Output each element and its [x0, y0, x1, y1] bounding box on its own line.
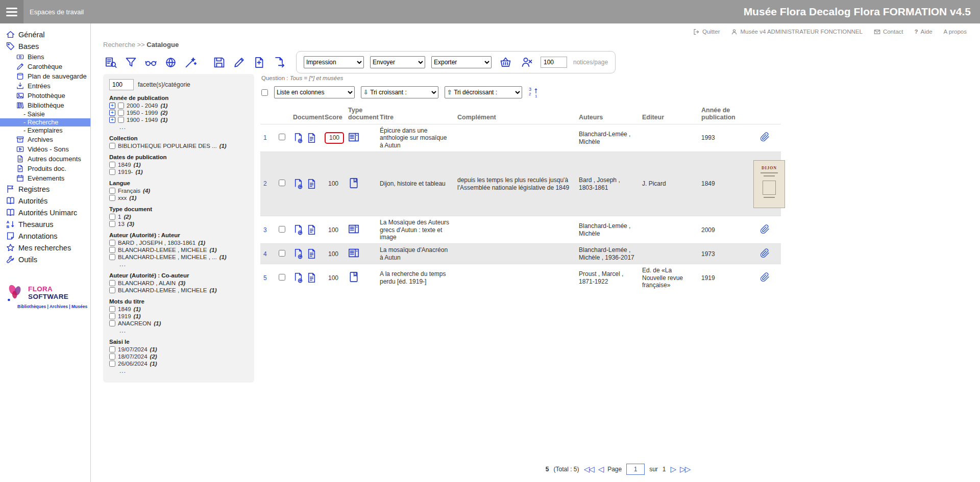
prev-page-icon[interactable]: ◁: [598, 465, 603, 474]
facet-item[interactable]: 18/07/2024(2): [109, 353, 248, 360]
cell-titre[interactable]: Épicure dans une anthologie sur mosaïque…: [377, 124, 454, 152]
facet-item[interactable]: 1849(1): [109, 161, 248, 168]
expand-icon[interactable]: +: [109, 110, 115, 116]
facet-checkbox[interactable]: [109, 214, 115, 220]
facet-item[interactable]: xxx(1): [109, 194, 248, 201]
glasses-icon[interactable]: [143, 55, 158, 70]
document-view-icon[interactable]: [306, 179, 317, 189]
facet-item[interactable]: 26/06/2024(1): [109, 360, 248, 367]
user-menu[interactable]: Musée v4 ADMINISTRATEUR FONCTIONNEL: [731, 29, 862, 35]
search-results-icon[interactable]: [103, 55, 118, 70]
document-view-icon[interactable]: [306, 133, 317, 143]
sidebar-item-archives[interactable]: Archives: [0, 135, 90, 144]
facet-item[interactable]: ANACREON(1): [109, 320, 248, 327]
sidebar-item-general[interactable]: Général: [0, 29, 90, 40]
sidebar-item-autorites-unimarc[interactable]: Autorités Unimarc: [0, 207, 90, 218]
col-header-complement[interactable]: Complément: [454, 105, 576, 124]
facet-checkbox[interactable]: [118, 103, 124, 109]
facet-item[interactable]: 1849(1): [109, 306, 248, 313]
contact-link[interactable]: Contact: [874, 29, 903, 35]
sort-asc-select[interactable]: ⇩ Tri croissant :: [361, 86, 438, 98]
cover-thumbnail[interactable]: DIJON: [753, 160, 785, 208]
workspace-label[interactable]: Espaces de travail: [30, 8, 84, 16]
new-document-icon[interactable]: [251, 55, 266, 70]
record-detail-icon[interactable]: [293, 272, 304, 283]
document-view-icon[interactable]: [306, 224, 317, 235]
sidebar-item-bibliotheque[interactable]: Bibliothèque: [0, 100, 90, 110]
facet-checkbox[interactable]: [109, 221, 115, 227]
facet-checkbox[interactable]: [109, 313, 115, 319]
cell-titre[interactable]: Dijon, histoire et tableau: [377, 152, 454, 216]
sidebar-item-evenements[interactable]: Evènements: [0, 173, 90, 183]
sidebar-item-exemplaires[interactable]: - Exemplaires: [0, 126, 90, 135]
attachment-icon[interactable]: [760, 224, 770, 234]
facet-item[interactable]: 1919(1): [109, 313, 248, 320]
cell-titre[interactable]: La mosaïque d'Anacréon à Autun: [377, 244, 454, 264]
sidebar-item-produits-doc[interactable]: Produits doc.: [0, 164, 90, 173]
sidebar-item-saisie[interactable]: - Saisie: [0, 110, 90, 118]
sidebar-item-bases[interactable]: Bases: [0, 40, 90, 52]
sidebar-item-mes-recherches[interactable]: Mes recherches: [0, 242, 90, 253]
facet-item[interactable]: +1950 - 1999(2): [109, 109, 248, 116]
basket-icon[interactable]: [498, 55, 513, 70]
sidebar-item-outils[interactable]: Outils: [0, 253, 90, 265]
magic-wand-icon[interactable]: [183, 55, 198, 70]
facet-checkbox[interactable]: [109, 353, 115, 360]
facet-checkbox[interactable]: [109, 247, 115, 253]
facet-item[interactable]: 1919-(1): [109, 168, 248, 175]
breadcrumb-section[interactable]: Recherche: [103, 41, 135, 48]
facet-checkbox[interactable]: [109, 162, 115, 168]
attachment-icon[interactable]: [760, 132, 770, 142]
aide-link[interactable]: ? Aide: [915, 29, 933, 35]
row-number-link[interactable]: 4: [263, 250, 267, 258]
row-number-link[interactable]: 3: [263, 226, 267, 234]
last-page-icon[interactable]: ▷▷: [680, 465, 690, 474]
col-header-titre[interactable]: Titre: [377, 105, 454, 124]
expand-icon[interactable]: +: [109, 103, 115, 109]
edit-icon[interactable]: [231, 55, 247, 70]
remove-user-icon[interactable]: [519, 55, 534, 70]
row-number-link[interactable]: 1: [263, 134, 267, 141]
facet-item[interactable]: BLANCHARD , ALAIN(3): [109, 280, 248, 287]
facet-checkbox[interactable]: [109, 361, 115, 367]
expand-icon[interactable]: +: [109, 117, 115, 123]
col-header-editeur[interactable]: Editeur: [639, 105, 698, 124]
menu-icon[interactable]: [0, 0, 23, 23]
sidebar-item-videos-sons[interactable]: Vidéos - Sons: [0, 144, 90, 154]
sidebar-item-recherche[interactable]: - Recherche: [0, 118, 90, 126]
facet-more-link[interactable]: ...: [119, 327, 248, 334]
table-row[interactable]: 2 100 Dijon, histoire et tableau depuis …: [260, 152, 781, 216]
facet-item[interactable]: 1(2): [109, 213, 248, 220]
col-header-score[interactable]: Score: [322, 105, 345, 124]
page-input[interactable]: [626, 464, 645, 475]
first-page-icon[interactable]: ◁◁: [584, 465, 594, 474]
facet-checkbox[interactable]: [109, 287, 115, 293]
facet-item[interactable]: +2000 - 2049(1): [109, 102, 248, 109]
document-view-icon[interactable]: [306, 272, 317, 283]
facet-checkbox[interactable]: [109, 240, 115, 246]
facet-checkbox[interactable]: [118, 117, 124, 123]
cell-titre[interactable]: La Mosaïque des Auteurs grecs d'Autun : …: [377, 216, 454, 244]
sidebar-item-plan-de-sauvegarde[interactable]: Plan de sauvegarde: [0, 71, 90, 81]
facet-item[interactable]: Français(4): [109, 187, 248, 194]
sort-desc-select[interactable]: ⇧ Tri décroissant :: [445, 86, 522, 98]
export-document-icon[interactable]: [271, 55, 286, 70]
facet-more-link[interactable]: ...: [119, 367, 248, 374]
select-all-checkbox[interactable]: [261, 89, 268, 96]
exporter-select[interactable]: Exporter: [431, 56, 492, 68]
record-detail-icon[interactable]: [293, 133, 304, 143]
sidebar-item-registres[interactable]: Registres: [0, 183, 90, 195]
impression-select[interactable]: Impression: [304, 56, 364, 68]
web-search-icon[interactable]: [163, 55, 178, 70]
table-row[interactable]: 3 100 La Mosaïque des Auteurs grecs d'Au…: [260, 216, 781, 244]
envoyer-select[interactable]: Envoyer: [370, 56, 425, 68]
next-page-icon[interactable]: ▷: [671, 465, 676, 474]
facet-item[interactable]: BLANCHARD-LEMEE , MICHELE(1): [109, 246, 248, 253]
facet-checkbox[interactable]: [109, 346, 115, 352]
quitter-link[interactable]: Quitter: [693, 29, 720, 35]
row-checkbox[interactable]: [279, 226, 285, 233]
facet-item[interactable]: BLANCHARD-LEMEE , MICHELE(1): [109, 287, 248, 294]
facet-item[interactable]: BLANCHARD-LEMEE , MICHELE , ...(1): [109, 253, 248, 261]
row-checkbox[interactable]: [279, 274, 285, 281]
sidebar-item-carotheque[interactable]: Carothèque: [0, 62, 90, 71]
